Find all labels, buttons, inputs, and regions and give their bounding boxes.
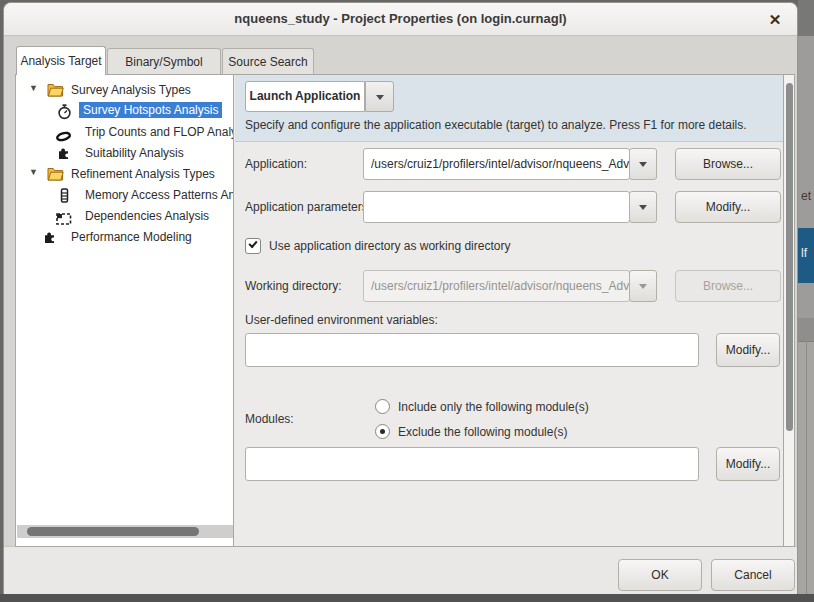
pane-description: Specify and configure the application ex… [245,118,747,132]
check-icon [248,239,257,248]
background-window-strip: et lf [798,0,814,602]
background-text-fragment: et [801,189,811,203]
tree-item-trip-counts-flop-analysis[interactable]: Trip Counts and FLOP Analysis [16,122,234,143]
application-parameters-label: Application parameters: [245,200,371,214]
window-title: nqueens_study - Project Properties (on l… [4,11,797,26]
modules-include-radio[interactable] [375,399,390,414]
chevron-down-icon [376,95,384,100]
pane-vertical-scrollbar[interactable] [783,75,794,546]
background-shadow [798,0,814,36]
tree-item-label: Survey Analysis Types [71,83,191,97]
close-icon[interactable]: ✕ [763,8,787,32]
tree-item-refinement-analysis-types[interactable]: ▼ Refinement Analysis Types [16,164,234,185]
expander-icon[interactable]: ▼ [29,83,38,93]
project-properties-dialog: nqueens_study - Project Properties (on l… [3,2,798,594]
tree-item-label: Trip Counts and FLOP Analysis [85,125,234,139]
expander-icon[interactable]: ▼ [29,167,38,177]
background-band [798,318,814,341]
background-selected-text-fragment: lf [801,246,807,260]
launch-header: Launch Application Specify and configure… [235,75,783,142]
tree-item-memory-access-patterns[interactable]: Memory Access Patterns Analysis [16,185,234,206]
chevron-down-icon [639,205,647,210]
analysis-types-tree: ▼ Survey Analysis Types Survey Hotspots … [16,75,234,546]
ok-button[interactable]: OK [618,559,702,591]
tree-item-label: Dependencies Analysis [85,209,209,223]
application-input[interactable]: /users/cruiz1/profilers/intel/advisor/nq… [363,148,630,180]
modules-exclude-label: Exclude the following module(s) [398,425,567,439]
parameters-modify-button[interactable]: Modify... [675,191,781,223]
cancel-button[interactable]: Cancel [711,559,795,591]
tab-label: Source Search [228,55,307,69]
memory-ruler-icon [60,188,69,206]
tree-item-performance-modeling[interactable]: Performance Modeling [16,227,234,248]
working-directory-browse-button: Browse... [675,270,781,302]
modules-include-label: Include only the following module(s) [398,400,589,414]
working-directory-label: Working directory: [245,279,341,293]
launch-application-button[interactable]: Launch Application [245,81,365,112]
titlebar[interactable]: nqueens_study - Project Properties (on l… [4,3,797,36]
trip-counts-ring-icon [55,128,72,143]
tab-binary-symbol-search[interactable]: Binary/Symbol Search [107,48,221,75]
desktop-background-bottom [0,594,814,602]
tree-item-label: Suitability Analysis [85,146,184,160]
stopwatch-icon [57,104,72,122]
radio-selected-dot [380,429,385,434]
application-parameters-input[interactable] [363,191,630,223]
env-vars-input[interactable] [245,333,699,367]
tree-item-label: Refinement Analysis Types [71,167,215,181]
use-app-dir-checkbox[interactable] [245,238,261,254]
application-label: Application: [245,157,307,171]
tree-horizontal-scrollbar[interactable] [17,525,233,538]
launch-application-dropdown-button[interactable] [365,81,394,112]
analysis-target-pane: ▼ Survey Analysis Types Survey Hotspots … [15,74,795,547]
tab-source-search[interactable]: Source Search [222,48,314,75]
puzzle-piece-icon [43,230,57,248]
puzzle-piece-icon [57,146,71,164]
tab-analysis-target[interactable]: Analysis Target [16,46,106,75]
env-vars-modify-button[interactable]: Modify... [716,333,780,367]
tree-item-suitability-analysis[interactable]: Suitability Analysis [16,143,234,164]
tree-item-label: Survey Hotspots Analysis [79,102,222,118]
tree-item-survey-analysis-types[interactable]: ▼ Survey Analysis Types [16,80,234,101]
modules-modify-button[interactable]: Modify... [716,447,780,481]
chevron-down-icon [639,162,647,167]
pane-vertical-scrollbar-thumb[interactable] [786,83,793,431]
background-divider-line [806,341,807,594]
folder-open-icon [47,167,64,185]
tree-item-label: Performance Modeling [71,230,192,244]
working-directory-dropdown-button[interactable] [629,270,657,302]
modules-label: Modules: [245,412,294,426]
tree-item-label: Memory Access Patterns Analysis [85,188,234,202]
background-selected-row-fragment: lf [798,228,814,283]
tree-horizontal-scrollbar-thumb[interactable] [27,527,199,536]
folder-open-icon [47,83,64,101]
tree-item-survey-hotspots-analysis[interactable]: Survey Hotspots Analysis [16,101,234,122]
env-vars-label: User-defined environment variables: [245,313,438,327]
application-browse-button[interactable]: Browse... [675,148,781,180]
use-app-dir-label: Use application directory as working dir… [269,239,510,253]
modules-input[interactable] [245,447,699,481]
parameters-history-dropdown-button[interactable] [629,191,657,223]
dependencies-icon [56,211,72,227]
target-configuration-panel: Launch Application Specify and configure… [235,75,783,546]
dialog-footer: OK Cancel [4,546,797,594]
screen: et lf nqueens_study - Project Properties… [0,0,814,602]
chevron-down-icon [639,284,647,289]
application-history-dropdown-button[interactable] [629,148,657,180]
tab-label: Analysis Target [20,54,101,68]
tree-item-dependencies-analysis[interactable]: Dependencies Analysis [16,206,234,227]
modules-exclude-radio[interactable] [375,424,390,439]
working-directory-input: /users/cruiz1/profilers/intel/advisor/nq… [363,270,630,302]
